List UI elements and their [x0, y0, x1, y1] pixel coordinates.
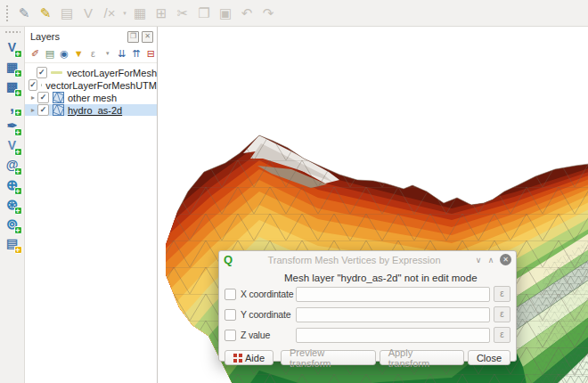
layer-row-vectorLayerForMeshUTM[interactable]: ✓ vectorLayerForMeshUTM — [25, 79, 157, 91]
help-button[interactable]: Aide — [225, 350, 274, 365]
x-coordinate-label: X coordintate — [241, 289, 296, 299]
x-expression-button[interactable]: ε — [494, 286, 510, 302]
x-coordinate-checkbox[interactable] — [225, 289, 236, 300]
y-coordinate-row: Y coordinate ε — [225, 307, 510, 322]
expander-icon[interactable]: ▸ — [29, 106, 37, 114]
add-delimited-text-layer-icon[interactable]: ,+ — [3, 96, 22, 116]
expander-icon[interactable]: ▸ — [29, 94, 37, 102]
field-calculator-icon[interactable]: ⊞ — [151, 4, 171, 23]
add-wms-layer-icon[interactable]: ⊕+ — [3, 175, 22, 194]
z-value-label: Z value — [241, 330, 296, 340]
plus-badge-icon: + — [14, 246, 22, 254]
help-icon — [233, 354, 242, 363]
add-virtual-layer-icon[interactable]: ▤+ — [3, 233, 22, 253]
close-panel-icon[interactable]: ✕ — [142, 31, 153, 43]
remove-layer-icon[interactable]: ⊟ — [145, 47, 157, 61]
mesh-layer-icon — [53, 104, 64, 116]
y-coordinate-label: Y coordinate — [241, 309, 296, 320]
layer-checkbox[interactable]: ✓ — [37, 67, 47, 78]
filter-expression-dropdown-icon[interactable]: ▾ — [102, 47, 113, 61]
help-button-label: Aide — [245, 353, 265, 363]
modify-attributes-icon[interactable]: ▦ — [130, 4, 150, 23]
toolbar-grip[interactable] — [4, 30, 20, 34]
add-oracle-layer-icon[interactable]: @+ — [3, 155, 22, 175]
save-layer-edits-icon[interactable]: ▤ — [57, 4, 77, 23]
x-coordinate-row: X coordintate ε — [225, 287, 510, 301]
z-value-row: Z value ε — [225, 328, 510, 342]
vertex-tool-icon[interactable]: /× — [100, 4, 119, 23]
add-raster-layer-icon[interactable]: ▦+ — [3, 57, 22, 77]
undo-icon[interactable]: ↶ — [237, 4, 257, 23]
edit-mode-message: Mesh layer "hydro_as-2d" not in edit mod… — [284, 273, 516, 283]
manage-layers-toolbar: V+ ▦+ ▩+ ,+ ✒+ V+ @+ ⊕+ ⊛+ ⊚+ ▤+ — [0, 27, 25, 383]
layer-checkbox[interactable]: ✓ — [37, 104, 49, 116]
preview-transform-button[interactable]: Preview transform — [281, 350, 376, 365]
dialog-title-bar[interactable]: Q Transform Mesh Vertices by Expression … — [219, 251, 516, 268]
layer-label: vectorLayerForMeshUTM — [45, 80, 157, 91]
add-wcs-layer-icon[interactable]: ⊛+ — [3, 194, 22, 214]
layer-checkbox[interactable]: ✓ — [37, 92, 49, 103]
dialog-title: Transform Mesh Vertices by Expression — [236, 255, 472, 265]
layers-panel-header: Layers ❐ ✕ — [25, 27, 157, 45]
layer-label: vectorLayerForMesh — [67, 68, 157, 78]
filter-legend-icon[interactable]: ▼ — [73, 47, 85, 61]
layers-panel: Layers ❐ ✕ ✐ ▤ ◉ ▼ ε ▾ ⇊ ⇈ ⊟ ✓ vectorLay… — [25, 27, 158, 383]
current-edits-icon[interactable]: ✎ — [14, 4, 34, 23]
vertex-tool-dropdown-icon[interactable]: ▾ — [121, 4, 128, 23]
open-layer-styling-icon[interactable]: ✐ — [29, 47, 41, 61]
paste-features-icon[interactable]: ▣ — [216, 4, 235, 23]
layer-label: other mesh — [68, 93, 117, 103]
y-coordinate-input[interactable] — [296, 307, 490, 322]
z-expression-button[interactable]: ε — [494, 327, 510, 343]
filter-expression-icon[interactable]: ε — [87, 47, 99, 61]
add-postgis-layer-icon[interactable]: V+ — [3, 135, 22, 155]
redo-icon[interactable]: ↷ — [258, 4, 278, 23]
x-coordinate-input[interactable] — [296, 287, 490, 302]
y-coordinate-checkbox[interactable] — [225, 309, 236, 321]
line-symbol — [51, 71, 62, 74]
copy-features-icon[interactable]: ❐ — [194, 4, 214, 23]
cut-features-icon[interactable]: ✂ — [173, 4, 192, 23]
y-expression-button[interactable]: ε — [494, 306, 510, 322]
float-panel-icon[interactable]: ❐ — [127, 31, 139, 43]
add-vector-layer-icon[interactable]: V+ — [3, 37, 22, 57]
apply-transform-button[interactable]: Apply transform — [380, 350, 464, 365]
close-button[interactable]: Close — [468, 350, 510, 365]
z-value-input[interactable] — [296, 328, 490, 343]
digitizing-toolbar: ✎ ✎ ▤ V /× ▾ ▦ ⊞ ✂ ❐ ▣ ↶ ↷ — [0, 0, 588, 27]
expand-all-icon[interactable]: ⇊ — [116, 47, 127, 61]
mesh-layer-icon — [53, 92, 64, 103]
z-value-checkbox[interactable] — [225, 330, 236, 341]
add-wfs-layer-icon[interactable]: ⊚+ — [3, 214, 22, 233]
layers-panel-title: Layers — [30, 31, 60, 42]
layer-tree: ✓ vectorLayerForMesh ✓ vectorLayerForMes… — [25, 63, 157, 116]
layer-checkbox[interactable]: ✓ — [29, 79, 37, 91]
qgis-logo-icon: Q — [224, 254, 236, 266]
close-dialog-icon[interactable]: ✕ — [500, 254, 511, 265]
layer-label: hydro_as-2d — [68, 105, 122, 116]
collapse-all-icon[interactable]: ⇈ — [131, 47, 143, 61]
toggle-editing-icon[interactable]: ✎ — [36, 4, 55, 23]
toolbar-grip[interactable] — [5, 4, 9, 22]
add-feature-icon[interactable]: V — [78, 4, 98, 23]
layer-row-hydro-as-2d[interactable]: ▸ ✓ hydro_as-2d — [25, 104, 157, 116]
add-spatialite-layer-icon[interactable]: ✒+ — [3, 116, 22, 135]
manage-map-themes-icon[interactable]: ▤ — [44, 47, 55, 61]
transform-mesh-dialog[interactable]: Q Transform Mesh Vertices by Expression … — [218, 250, 517, 362]
add-mesh-layer-icon[interactable]: ▩+ — [3, 77, 22, 96]
layers-panel-toolbar: ✐ ▤ ◉ ▼ ε ▾ ⇊ ⇈ ⊟ — [25, 45, 157, 63]
layer-row-vectorLayerForMesh[interactable]: ✓ vectorLayerForMesh — [25, 67, 157, 78]
visibility-eye-icon[interactable]: ◉ — [58, 47, 69, 61]
rollup-icon[interactable]: ∧ — [485, 256, 497, 265]
layer-row-other-mesh[interactable]: ▸ ✓ other mesh — [25, 92, 157, 103]
rolldown-icon[interactable]: ∨ — [472, 256, 485, 265]
dialog-button-row: Aide Preview transform Apply transform C… — [225, 350, 510, 365]
